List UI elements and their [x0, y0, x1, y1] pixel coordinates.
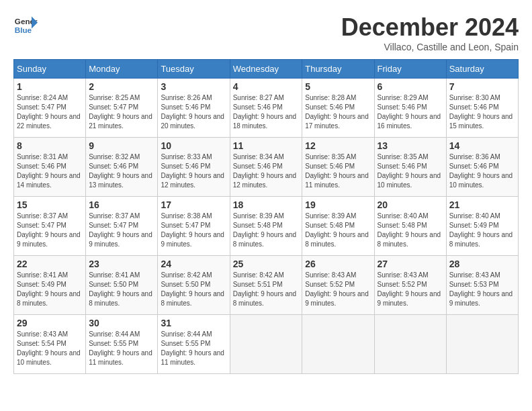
day-info: Sunrise: 8:34 AMSunset: 5:46 PMDaylight:… — [233, 152, 300, 190]
day-info: Sunrise: 8:41 AMSunset: 5:49 PMDaylight:… — [17, 271, 83, 308]
day-info: Sunrise: 8:24 AMSunset: 5:47 PMDaylight:… — [17, 93, 83, 131]
calendar-header-row: Sunday Monday Tuesday Wednesday Thursday… — [14, 60, 519, 79]
day-number: 12 — [305, 140, 371, 151]
table-row: 16Sunrise: 8:37 AMSunset: 5:47 PMDayligh… — [86, 197, 158, 256]
page-header: General Blue December 2024 Villaco, Cast… — [13, 13, 519, 52]
day-info: Sunrise: 8:41 AMSunset: 5:50 PMDaylight:… — [89, 271, 154, 308]
day-info: Sunrise: 8:37 AMSunset: 5:47 PMDaylight:… — [89, 212, 154, 249]
table-row: 30Sunrise: 8:44 AMSunset: 5:55 PMDayligh… — [86, 315, 158, 374]
table-row: 4Sunrise: 8:27 AMSunset: 5:46 PMDaylight… — [230, 79, 302, 138]
table-row — [230, 315, 302, 374]
day-number: 23 — [89, 259, 154, 269]
day-number: 28 — [449, 259, 515, 269]
table-row: 18Sunrise: 8:39 AMSunset: 5:48 PMDayligh… — [230, 197, 302, 256]
day-number: 3 — [161, 81, 226, 92]
table-row: 26Sunrise: 8:43 AMSunset: 5:52 PMDayligh… — [302, 256, 374, 315]
day-number: 27 — [378, 259, 443, 269]
month-title: December 2024 — [341, 13, 519, 42]
table-row: 6Sunrise: 8:29 AMSunset: 5:46 PMDaylight… — [374, 79, 446, 138]
table-row: 29Sunrise: 8:43 AMSunset: 5:54 PMDayligh… — [14, 315, 86, 374]
table-row: 13Sunrise: 8:35 AMSunset: 5:46 PMDayligh… — [374, 138, 446, 197]
day-info: Sunrise: 8:35 AMSunset: 5:46 PMDaylight:… — [305, 152, 371, 190]
day-number: 10 — [161, 140, 226, 151]
table-row: 15Sunrise: 8:37 AMSunset: 5:47 PMDayligh… — [14, 197, 86, 256]
day-info: Sunrise: 8:27 AMSunset: 5:46 PMDaylight:… — [233, 93, 300, 131]
table-row: 9Sunrise: 8:32 AMSunset: 5:46 PMDaylight… — [86, 138, 158, 197]
day-number: 29 — [17, 318, 83, 328]
calendar-week-row: 29Sunrise: 8:43 AMSunset: 5:54 PMDayligh… — [14, 315, 519, 374]
day-info: Sunrise: 8:39 AMSunset: 5:48 PMDaylight:… — [305, 212, 371, 249]
day-info: Sunrise: 8:31 AMSunset: 5:46 PMDaylight:… — [17, 152, 83, 190]
day-info: Sunrise: 8:44 AMSunset: 5:55 PMDaylight:… — [89, 330, 154, 367]
day-info: Sunrise: 8:30 AMSunset: 5:46 PMDaylight:… — [449, 93, 515, 131]
day-number: 6 — [378, 81, 443, 92]
day-number: 11 — [233, 140, 300, 151]
day-number: 5 — [305, 81, 371, 92]
col-saturday: Saturday — [446, 60, 518, 79]
table-row: 12Sunrise: 8:35 AMSunset: 5:46 PMDayligh… — [302, 138, 374, 197]
calendar-week-row: 15Sunrise: 8:37 AMSunset: 5:47 PMDayligh… — [14, 197, 519, 256]
day-number: 30 — [89, 318, 154, 328]
day-number: 2 — [89, 81, 154, 92]
title-block: December 2024 Villaco, Castille and Leon… — [341, 13, 519, 52]
col-tuesday: Tuesday — [158, 60, 230, 79]
day-number: 25 — [233, 259, 300, 269]
day-number: 8 — [17, 140, 83, 151]
day-number: 7 — [449, 81, 515, 92]
location: Villaco, Castille and Leon, Spain — [341, 42, 519, 52]
table-row: 22Sunrise: 8:41 AMSunset: 5:49 PMDayligh… — [14, 256, 86, 315]
day-number: 16 — [89, 199, 154, 210]
table-row: 23Sunrise: 8:41 AMSunset: 5:50 PMDayligh… — [86, 256, 158, 315]
day-info: Sunrise: 8:32 AMSunset: 5:46 PMDaylight:… — [89, 152, 154, 190]
logo-icon: General Blue — [13, 13, 38, 38]
day-number: 1 — [17, 81, 83, 92]
calendar-week-row: 22Sunrise: 8:41 AMSunset: 5:49 PMDayligh… — [14, 256, 519, 315]
day-number: 13 — [378, 140, 443, 151]
day-info: Sunrise: 8:40 AMSunset: 5:49 PMDaylight:… — [449, 212, 515, 249]
day-info: Sunrise: 8:39 AMSunset: 5:48 PMDaylight:… — [233, 212, 300, 249]
day-info: Sunrise: 8:43 AMSunset: 5:52 PMDaylight:… — [305, 271, 371, 308]
day-info: Sunrise: 8:40 AMSunset: 5:48 PMDaylight:… — [378, 212, 443, 249]
day-info: Sunrise: 8:25 AMSunset: 5:47 PMDaylight:… — [89, 93, 154, 131]
day-info: Sunrise: 8:26 AMSunset: 5:46 PMDaylight:… — [161, 93, 226, 131]
table-row: 17Sunrise: 8:38 AMSunset: 5:47 PMDayligh… — [158, 197, 230, 256]
table-row: 7Sunrise: 8:30 AMSunset: 5:46 PMDaylight… — [446, 79, 518, 138]
day-info: Sunrise: 8:42 AMSunset: 5:50 PMDaylight:… — [161, 271, 226, 308]
table-row: 11Sunrise: 8:34 AMSunset: 5:46 PMDayligh… — [230, 138, 302, 197]
day-info: Sunrise: 8:42 AMSunset: 5:51 PMDaylight:… — [233, 271, 300, 308]
table-row: 5Sunrise: 8:28 AMSunset: 5:46 PMDaylight… — [302, 79, 374, 138]
table-row: 14Sunrise: 8:36 AMSunset: 5:46 PMDayligh… — [446, 138, 518, 197]
day-number: 15 — [17, 199, 83, 210]
table-row: 10Sunrise: 8:33 AMSunset: 5:46 PMDayligh… — [158, 138, 230, 197]
col-wednesday: Wednesday — [230, 60, 302, 79]
day-number: 4 — [233, 81, 300, 92]
table-row: 3Sunrise: 8:26 AMSunset: 5:46 PMDaylight… — [158, 79, 230, 138]
day-number: 20 — [378, 199, 443, 210]
table-row — [374, 315, 446, 374]
day-info: Sunrise: 8:44 AMSunset: 5:55 PMDaylight:… — [161, 330, 226, 367]
table-row: 25Sunrise: 8:42 AMSunset: 5:51 PMDayligh… — [230, 256, 302, 315]
col-thursday: Thursday — [302, 60, 374, 79]
logo: General Blue — [13, 13, 38, 38]
day-info: Sunrise: 8:37 AMSunset: 5:47 PMDaylight:… — [17, 212, 83, 249]
day-info: Sunrise: 8:38 AMSunset: 5:47 PMDaylight:… — [161, 212, 226, 249]
day-number: 22 — [17, 259, 83, 269]
table-row: 27Sunrise: 8:43 AMSunset: 5:52 PMDayligh… — [374, 256, 446, 315]
table-row: 19Sunrise: 8:39 AMSunset: 5:48 PMDayligh… — [302, 197, 374, 256]
table-row: 21Sunrise: 8:40 AMSunset: 5:49 PMDayligh… — [446, 197, 518, 256]
table-row: 20Sunrise: 8:40 AMSunset: 5:48 PMDayligh… — [374, 197, 446, 256]
day-number: 18 — [233, 199, 300, 210]
day-info: Sunrise: 8:36 AMSunset: 5:46 PMDaylight:… — [449, 152, 515, 190]
day-number: 24 — [161, 259, 226, 269]
day-info: Sunrise: 8:29 AMSunset: 5:46 PMDaylight:… — [378, 93, 443, 131]
table-row: 24Sunrise: 8:42 AMSunset: 5:50 PMDayligh… — [158, 256, 230, 315]
day-number: 14 — [449, 140, 515, 151]
day-info: Sunrise: 8:43 AMSunset: 5:54 PMDaylight:… — [17, 330, 83, 367]
table-row — [446, 315, 518, 374]
day-info: Sunrise: 8:28 AMSunset: 5:46 PMDaylight:… — [305, 93, 371, 131]
day-info: Sunrise: 8:33 AMSunset: 5:46 PMDaylight:… — [161, 152, 226, 190]
table-row — [302, 315, 374, 374]
calendar-week-row: 8Sunrise: 8:31 AMSunset: 5:46 PMDaylight… — [14, 138, 519, 197]
table-row: 28Sunrise: 8:43 AMSunset: 5:53 PMDayligh… — [446, 256, 518, 315]
day-info: Sunrise: 8:43 AMSunset: 5:52 PMDaylight:… — [378, 271, 443, 308]
